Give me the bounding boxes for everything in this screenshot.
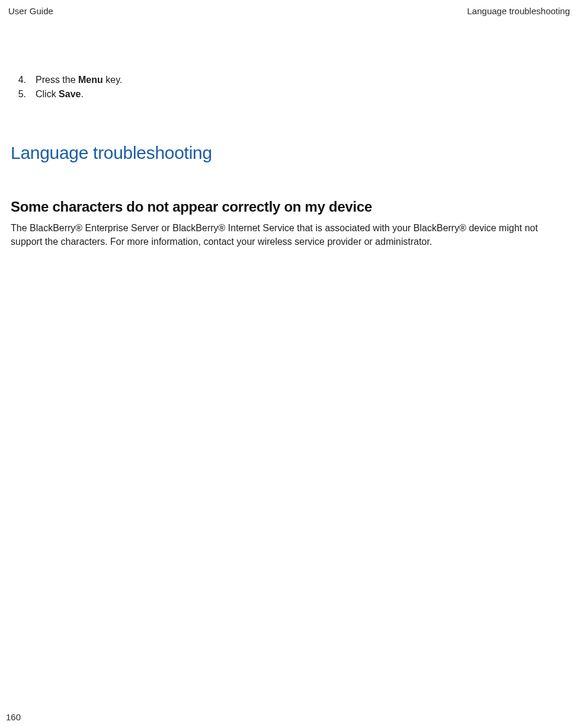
step-bold: Menu [78, 75, 103, 85]
step-number: 5. [17, 87, 26, 101]
list-item: 4. Press the Menu key. [17, 73, 566, 87]
list-item: 5. Click Save. [17, 87, 566, 101]
header-left: User Guide [8, 6, 53, 16]
step-prefix: Press the [36, 75, 78, 85]
step-bold: Save [59, 89, 81, 99]
step-suffix: key. [103, 75, 123, 85]
step-text: Press the Menu key. [36, 73, 566, 87]
header-right: Language troubleshooting [467, 6, 570, 16]
page-header: User Guide Language troubleshooting [0, 0, 577, 16]
step-prefix: Click [36, 89, 59, 99]
body-paragraph: The BlackBerry® Enterprise Server or Bla… [11, 221, 566, 248]
step-suffix: . [81, 89, 83, 99]
subsection-heading: Some characters do not appear correctly … [11, 199, 566, 215]
page-number: 160 [6, 712, 21, 722]
step-text: Click Save. [36, 87, 566, 101]
page-content: 4. Press the Menu key. 5. Click Save. La… [0, 73, 577, 248]
steps-list: 4. Press the Menu key. 5. Click Save. [17, 73, 566, 101]
step-number: 4. [17, 73, 26, 87]
section-heading: Language troubleshooting [11, 143, 566, 163]
